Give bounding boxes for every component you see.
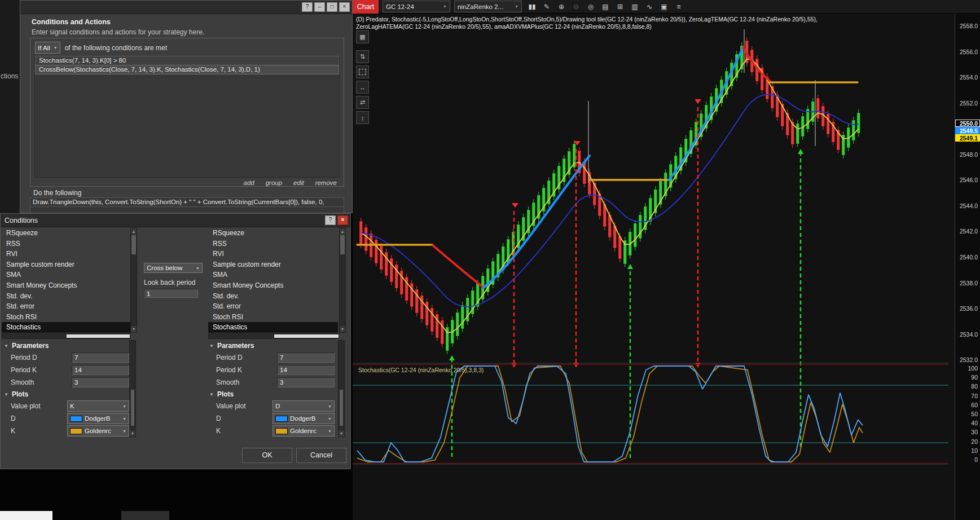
indicator-item[interactable]: Std. dev. — [208, 291, 338, 302]
period-k-input[interactable]: 14 — [72, 365, 129, 375]
plot-color-dropdown[interactable]: Goldenrc▼ — [273, 425, 335, 437]
smooth-input[interactable]: 3 — [277, 377, 335, 387]
conditions-window-titlebar[interactable]: Conditions ? × — [1, 214, 350, 227]
docked-panel-label[interactable]: ctions — [1, 72, 18, 80]
plots-section-header[interactable]: ▼Plots — [4, 389, 129, 400]
hscrollbar-left[interactable] — [2, 333, 130, 339]
close-button[interactable]: × — [339, 2, 350, 12]
region-select-icon[interactable] — [356, 65, 369, 78]
edit-link[interactable]: edit — [293, 179, 304, 186]
value-plot-dropdown[interactable]: D▼ — [273, 400, 335, 412]
plot-color-dropdown[interactable]: Goldenrc▼ — [67, 425, 129, 437]
indicator-item[interactable]: Smart Money Concepts — [208, 280, 338, 291]
scroll-thumb[interactable] — [67, 334, 130, 338]
zoom-out-icon[interactable]: ⊖ — [570, 1, 582, 12]
scroll-down-icon[interactable]: ▼ — [131, 326, 137, 332]
report-icon[interactable]: ▤ — [599, 1, 612, 12]
condition-row[interactable]: CrossBelow(Stochastics(Close, 7, 14, 3).… — [35, 65, 339, 74]
zoom-in-icon[interactable]: ⊕ — [555, 1, 568, 12]
horizontal-ruler-icon[interactable]: ↔ — [356, 81, 369, 94]
indicator-item[interactable]: RVI — [2, 249, 130, 259]
bar-type-icon[interactable]: ▮▮ — [526, 1, 538, 12]
period-d-input[interactable]: 7 — [72, 352, 129, 363]
scroll-thumb[interactable] — [340, 390, 343, 426]
indicator-item[interactable]: Smart Money Concepts — [2, 280, 130, 291]
scroll-thumb[interactable] — [131, 390, 134, 426]
help-button[interactable]: ? — [325, 215, 336, 225]
scroll-down-icon[interactable]: ▼ — [340, 326, 345, 332]
action-list[interactable]: Draw.TriangleDown(this, Convert.ToString… — [30, 197, 344, 213]
period-d-input[interactable]: 7 — [277, 352, 335, 363]
instrument-dropdown[interactable]: GC 12-24 ▼ — [383, 1, 450, 12]
parameters-left-scrollbar[interactable]: ▼ — [129, 340, 136, 437]
scroll-down-icon[interactable]: ▼ — [130, 430, 135, 437]
operator-dropdown[interactable]: Cross below ▼ — [144, 263, 203, 273]
vertical-arrows-icon[interactable]: ↕ — [356, 111, 369, 124]
notes-icon[interactable]: ▣ — [658, 1, 670, 12]
add-link[interactable]: add — [243, 179, 254, 186]
condition-row[interactable]: Stochastics(7, 14, 3).K[0] > 80 — [35, 56, 339, 65]
match-dropdown[interactable]: If All ▼ — [35, 42, 60, 54]
panel-layout-icon[interactable]: ⊞ — [614, 1, 626, 12]
indicator-item[interactable]: RSS — [2, 239, 130, 249]
indicator-item[interactable]: Std. error — [208, 301, 338, 312]
cancel-button[interactable]: Cancel — [296, 448, 346, 463]
scroll-up-icon[interactable]: ▲ — [340, 228, 345, 235]
smooth-input[interactable]: 3 — [72, 377, 129, 387]
indicator-list-right[interactable]: RSqueezeRSSRVISample custom renderSMASma… — [208, 228, 338, 333]
plots-section-header[interactable]: ▼Plots — [209, 389, 335, 400]
group-link[interactable]: group — [266, 179, 282, 186]
value-plot-dropdown[interactable]: K▼ — [67, 400, 129, 412]
indicator-item[interactable]: Std. dev. — [2, 291, 130, 302]
condition-list[interactable]: Stochastics(7, 14, 3).K[0] > 80CrossBelo… — [34, 56, 340, 178]
ok-button[interactable]: OK — [242, 448, 292, 463]
indicator-item[interactable]: RSS — [208, 239, 338, 249]
price-axis[interactable]: 2558.02556.02554.02552.02550.02548.02546… — [955, 14, 980, 520]
close-button[interactable]: × — [337, 215, 348, 225]
scroll-thumb[interactable] — [340, 235, 345, 254]
period-dropdown[interactable]: ninZaRenko 2... ▼ — [454, 1, 522, 12]
swap-arrows-icon[interactable]: ⇄ — [356, 96, 369, 109]
taskbar-item-dark[interactable] — [121, 511, 169, 520]
maximize-button[interactable]: □ — [327, 2, 337, 12]
indicator-list-left-scrollbar[interactable]: ▲ ▼ — [130, 228, 137, 333]
indicator-item[interactable]: RVI — [208, 249, 338, 259]
indicator-item[interactable]: Stoch RSI — [208, 312, 338, 323]
action-row[interactable]: Draw.TriangleDown(this, Convert.ToString… — [30, 198, 344, 207]
plot-color-dropdown[interactable]: DodgerB▼ — [67, 413, 129, 424]
parameters-section-header[interactable]: ▼Parameters — [209, 340, 335, 351]
crosshair-icon[interactable]: ◎ — [585, 1, 597, 12]
indicator-item[interactable]: SMA — [208, 270, 338, 280]
indicator-list-right-scrollbar[interactable]: ▲ ▼ — [339, 228, 346, 333]
indicator-item[interactable]: RSqueeze — [2, 228, 130, 239]
indicator-list-left[interactable]: RSqueezeRSSRVISample custom renderSMASma… — [2, 228, 130, 333]
indicator-item[interactable]: RSqueeze — [208, 228, 338, 239]
taskbar-item-light[interactable] — [0, 511, 52, 520]
price-chart-canvas[interactable] — [353, 14, 955, 465]
scroll-up-icon[interactable]: ▲ — [131, 228, 137, 235]
period-k-input[interactable]: 14 — [277, 365, 335, 375]
indicator-item[interactable]: Stochastics — [2, 322, 130, 333]
indicator-item[interactable]: Stochastics — [208, 322, 338, 333]
lookback-input[interactable]: 1 — [144, 289, 198, 298]
chart-panel-icon[interactable]: ▦ — [356, 30, 369, 43]
minimize-button[interactable]: – — [314, 2, 325, 12]
draw-pencil-icon[interactable]: ✎ — [540, 1, 553, 12]
indicator-item[interactable]: Stoch RSI — [2, 312, 130, 323]
indicator-wave-icon[interactable]: ∿ — [643, 1, 656, 12]
parameters-right-scrollbar[interactable]: ▼ — [338, 340, 345, 437]
scroll-thumb[interactable] — [131, 235, 136, 254]
indicator-item[interactable]: Sample custom render — [208, 259, 338, 270]
scroll-down-icon[interactable]: ▼ — [339, 430, 344, 437]
indicator-item[interactable]: Sample custom render — [2, 259, 130, 270]
data-series-icon[interactable]: ▥ — [629, 1, 641, 12]
scroll-thumb[interactable] — [274, 334, 339, 338]
remove-link[interactable]: remove — [315, 179, 337, 186]
vertical-scale-icon[interactable]: ⇅ — [356, 50, 369, 63]
chart-tab[interactable]: Chart — [353, 0, 379, 14]
plot-color-dropdown[interactable]: DodgerB▼ — [273, 413, 335, 424]
help-button[interactable]: ? — [302, 2, 313, 12]
hscrollbar-right[interactable] — [208, 333, 339, 339]
indicator-item[interactable]: SMA — [2, 270, 130, 280]
list-icon[interactable]: ≡ — [673, 1, 685, 12]
